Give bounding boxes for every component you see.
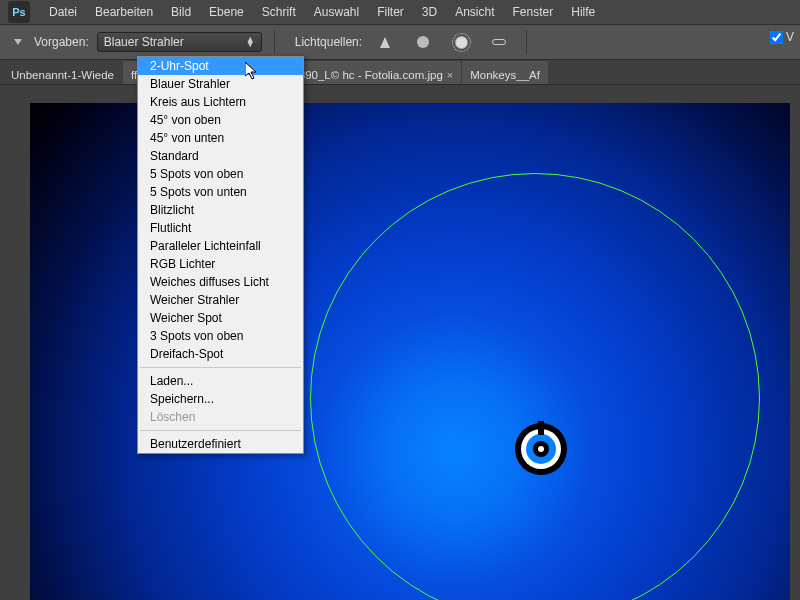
tab-3[interactable]: Monkeys__Af bbox=[462, 61, 548, 84]
close-icon[interactable]: × bbox=[447, 69, 453, 81]
dd-separator bbox=[140, 430, 301, 431]
tab-0[interactable]: Unbenannt-1-Wiede bbox=[3, 61, 122, 84]
menu-filter[interactable]: Filter bbox=[368, 2, 413, 22]
preset-value: Blauer Strahler bbox=[104, 35, 184, 49]
preset-label: Vorgaben: bbox=[34, 35, 89, 49]
dd-item[interactable]: Weicher Spot bbox=[138, 309, 303, 327]
preset-dropdown[interactable]: Blauer Strahler ▲▼ bbox=[97, 32, 262, 52]
menu-bearbeiten[interactable]: Bearbeiten bbox=[86, 2, 162, 22]
dd-load[interactable]: Laden... bbox=[138, 372, 303, 390]
dd-delete: Löschen bbox=[138, 408, 303, 426]
menu-datei[interactable]: Datei bbox=[40, 2, 86, 22]
infinite-light-icon[interactable] bbox=[452, 33, 470, 51]
right-check-input[interactable] bbox=[770, 31, 783, 44]
dd-save[interactable]: Speichern... bbox=[138, 390, 303, 408]
spot-light-icon[interactable] bbox=[376, 33, 394, 51]
dd-item-2uhr[interactable]: 2-Uhr-Spot bbox=[138, 57, 303, 75]
tool-preset-icon[interactable] bbox=[14, 39, 22, 45]
dd-item[interactable]: 45° von oben bbox=[138, 111, 303, 129]
tab-label: Unbenannt-1-Wiede bbox=[11, 69, 114, 81]
dd-item[interactable]: Kreis aus Lichtern bbox=[138, 93, 303, 111]
separator bbox=[274, 30, 275, 54]
tab-label: Monkeys__Af bbox=[470, 69, 540, 81]
dd-item[interactable]: RGB Lichter bbox=[138, 255, 303, 273]
canvas-area bbox=[0, 85, 800, 600]
dd-item[interactable]: Blauer Strahler bbox=[138, 75, 303, 93]
tabbar: Unbenannt-1-Wiede ffekte, RGB/8) *× Foto… bbox=[0, 60, 800, 85]
menu-ansicht[interactable]: Ansicht bbox=[446, 2, 503, 22]
dd-item[interactable]: Dreifach-Spot bbox=[138, 345, 303, 363]
dd-custom[interactable]: Benutzerdefiniert bbox=[138, 435, 303, 453]
dd-item[interactable]: Weicher Strahler bbox=[138, 291, 303, 309]
app-logo: Ps bbox=[8, 1, 30, 23]
menu-ebene[interactable]: Ebene bbox=[200, 2, 253, 22]
dropdown-arrows-icon: ▲▼ bbox=[246, 37, 255, 47]
dd-item[interactable]: 5 Spots von unten bbox=[138, 183, 303, 201]
dd-separator bbox=[140, 367, 301, 368]
menu-hilfe[interactable]: Hilfe bbox=[562, 2, 604, 22]
menu-schrift[interactable]: Schrift bbox=[253, 2, 305, 22]
menubar: Ps Datei Bearbeiten Bild Ebene Schrift A… bbox=[0, 0, 800, 24]
optionbar: Vorgaben: Blauer Strahler ▲▼ Lichtquelle… bbox=[0, 24, 800, 60]
dd-item[interactable]: Paralleler Lichteinfall bbox=[138, 237, 303, 255]
menu-3d[interactable]: 3D bbox=[413, 2, 446, 22]
dd-item[interactable]: 45° von unten bbox=[138, 129, 303, 147]
dd-item[interactable]: 5 Spots von oben bbox=[138, 165, 303, 183]
right-check-label: V bbox=[786, 30, 794, 44]
menu-auswahl[interactable]: Auswahl bbox=[305, 2, 368, 22]
dd-item[interactable]: Blitzlicht bbox=[138, 201, 303, 219]
menu-bild[interactable]: Bild bbox=[162, 2, 200, 22]
dd-item[interactable]: Weiches diffuses Licht bbox=[138, 273, 303, 291]
separator bbox=[526, 30, 527, 54]
light-label: Lichtquellen: bbox=[295, 35, 362, 49]
light-boundary-ring[interactable] bbox=[310, 173, 760, 600]
preset-dropdown-menu: 2-Uhr-Spot Blauer Strahler Kreis aus Lic… bbox=[137, 56, 304, 454]
point-light-icon[interactable] bbox=[414, 33, 432, 51]
dd-item[interactable]: Standard bbox=[138, 147, 303, 165]
dd-item[interactable]: 3 Spots von oben bbox=[138, 327, 303, 345]
menu-fenster[interactable]: Fenster bbox=[504, 2, 563, 22]
right-checkbox[interactable]: V bbox=[770, 30, 794, 44]
light-extra-icon[interactable] bbox=[490, 33, 508, 51]
dd-item[interactable]: Flutlicht bbox=[138, 219, 303, 237]
light-center-gizmo[interactable] bbox=[515, 423, 567, 475]
